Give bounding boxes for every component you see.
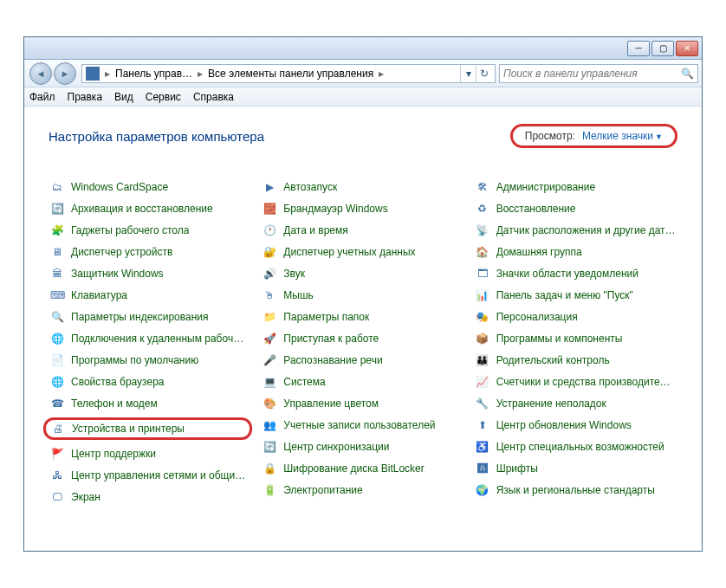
item-folder-options[interactable]: 📁Параметры папок [261,309,464,325]
item-ease-of-access[interactable]: ♿Центр специальных возможностей [474,439,677,455]
breadcrumb-separator: ▸ [103,68,112,80]
item-sound[interactable]: 🔊Звук [261,266,464,281]
color-icon: 🎨 [263,397,276,410]
column-3: 🛠Администрирование ♻Восстановление 📡Датч… [474,179,677,505]
item-indexing[interactable]: 🔍Параметры индексирования [49,309,252,325]
item-keyboard[interactable]: ⌨Клавиатура [49,288,252,303]
close-button[interactable]: ✕ [676,41,698,56]
users-icon: 👥 [263,418,276,432]
search-icon[interactable]: 🔍 [681,68,694,80]
menu-view[interactable]: Вид [114,91,133,103]
breadcrumb-seg1[interactable]: Панель управ… [112,68,196,80]
troubleshoot-icon: 🔧 [476,397,489,410]
sensor-icon: 📡 [476,223,489,237]
item-firewall[interactable]: 🧱Брандмауэр Windows [261,201,464,216]
sync-icon: 🔄 [263,440,276,454]
item-getting-started[interactable]: 🚀Приступая к работе [261,331,464,346]
keyboard-icon: ⌨ [50,288,64,302]
item-network-center[interactable]: 🖧Центр управления сетями и общи… [49,468,252,483]
firewall-icon: 🧱 [263,202,276,216]
addr-dropdown[interactable]: ▾ [460,64,476,83]
tray-icon: 🗔 [476,267,489,281]
item-troubleshoot[interactable]: 🔧Устранение неполадок [474,396,677,411]
breadcrumb-separator: ▸ [196,68,204,80]
item-admin-tools[interactable]: 🛠Администрирование [474,179,677,195]
item-datetime[interactable]: 🕐Дата и время [261,223,464,238]
item-fonts[interactable]: 🅰Шрифты [474,461,677,476]
view-dropdown[interactable]: Мелкие значки▼ [582,130,663,142]
titlebar: ─ ▢ ✕ [24,37,702,60]
item-windows-update[interactable]: ⬆Центр обновления Windows [474,417,677,433]
minimize-button[interactable]: ─ [627,41,650,56]
view-label: Просмотр: [525,130,575,142]
item-programs[interactable]: 📦Программы и компоненты [474,331,677,346]
menu-bar: Файл Правка Вид Сервис Справка [24,87,702,107]
search-placeholder: Поиск в панели управления [503,68,638,80]
power-icon: 🔋 [263,483,276,497]
item-color-mgmt[interactable]: 🎨Управление цветом [261,396,464,411]
sound-icon: 🔊 [263,267,276,281]
cardspace-icon: 🗂 [50,180,64,194]
printer-icon: 🖨 [51,422,65,436]
back-button[interactable]: ◄ [29,62,52,85]
personalization-icon: 🎭 [476,310,489,324]
column-2: ▶Автозапуск 🧱Брандмауэр Windows 🕐Дата и … [261,179,464,505]
menu-help[interactable]: Справка [193,91,234,103]
item-defender[interactable]: 🏛Защитник Windows [49,266,252,281]
refresh-button[interactable]: ↻ [476,64,491,83]
menu-edit[interactable]: Правка [68,91,103,103]
item-sensors[interactable]: 📡Датчик расположения и другие дат… [474,223,677,238]
item-mouse[interactable]: 🖱Мышь [261,288,464,303]
programs-icon: 📦 [476,332,489,346]
page-title: Настройка параметров компьютера [49,129,264,144]
item-region[interactable]: 🌍Язык и региональные стандарты [474,482,677,498]
item-personalization[interactable]: 🎭Персонализация [474,309,677,325]
item-power[interactable]: 🔋Электропитание [261,482,464,498]
item-sync-center[interactable]: 🔄Центр синхронизации [261,439,464,455]
item-phone-modem[interactable]: ☎Телефон и модем [49,396,252,411]
fonts-icon: 🅰 [476,462,489,475]
item-credential-manager[interactable]: 🔐Диспетчер учетных данных [261,244,464,260]
gadgets-icon: 🧩 [50,223,64,237]
menu-tools[interactable]: Сервис [146,91,181,103]
item-taskbar[interactable]: 📊Панель задач и меню "Пуск" [474,288,677,303]
ease-icon: ♿ [476,440,489,454]
search-box[interactable]: Поиск в панели управления 🔍 [499,64,698,83]
homegroup-icon: 🏠 [476,245,489,259]
item-bitlocker[interactable]: 🔒Шифрование диска BitLocker [261,461,464,476]
item-backup[interactable]: 🔄Архивация и восстановление [49,201,252,216]
item-action-center[interactable]: 🚩Центр поддержки [49,446,252,462]
network-icon: 🖧 [50,468,64,482]
item-autoplay[interactable]: ▶Автозапуск [261,179,464,195]
item-gadgets[interactable]: 🧩Гаджеты рабочего стола [49,223,252,238]
phone-icon: ☎ [50,397,64,410]
item-performance[interactable]: 📈Счетчики и средства производител… [474,374,677,390]
control-panel-window: ─ ▢ ✕ ◄ ► ▸ Панель управ… ▸ Все элементы… [0,0,726,588]
indexing-icon: 🔍 [50,310,64,324]
maximize-button[interactable]: ▢ [651,41,674,56]
item-parental[interactable]: 👪Родительский контроль [474,352,677,368]
item-devices-printers[interactable]: 🖨Устройства и принтеры [43,417,252,440]
update-icon: ⬆ [476,418,489,432]
flag-icon: 🚩 [50,447,64,461]
item-user-accounts[interactable]: 👥Учетные записи пользователей [261,417,464,433]
item-homegroup[interactable]: 🏠Домашняя группа [474,244,677,260]
start-icon: 🚀 [263,332,276,346]
menu-file[interactable]: Файл [29,91,55,103]
item-device-manager[interactable]: 🖥Диспетчер устройств [49,244,252,260]
breadcrumb-seg2[interactable]: Все элементы панели управления [204,68,377,80]
item-remote[interactable]: 🌐Подключения к удаленным рабоч… [49,331,252,346]
item-recovery[interactable]: ♻Восстановление [474,201,677,216]
breadcrumb-separator: ▸ [377,68,386,80]
item-tray-icons[interactable]: 🗔Значки области уведомлений [474,266,677,281]
item-internet-options[interactable]: 🌐Свойства браузера [49,374,252,390]
taskbar-icon: 📊 [476,288,489,302]
forward-button[interactable]: ► [54,62,76,85]
address-bar[interactable]: ▸ Панель управ… ▸ Все элементы панели уп… [81,64,496,83]
item-speech[interactable]: 🎤Распознавание речи [261,352,464,368]
display-icon: 🖵 [50,490,64,504]
item-display[interactable]: 🖵Экран [49,489,252,505]
item-default-programs[interactable]: 📄Программы по умолчанию [49,352,252,368]
item-windows-cardspace[interactable]: 🗂Windows CardSpace [49,179,252,195]
item-system[interactable]: 💻Система [261,374,464,390]
